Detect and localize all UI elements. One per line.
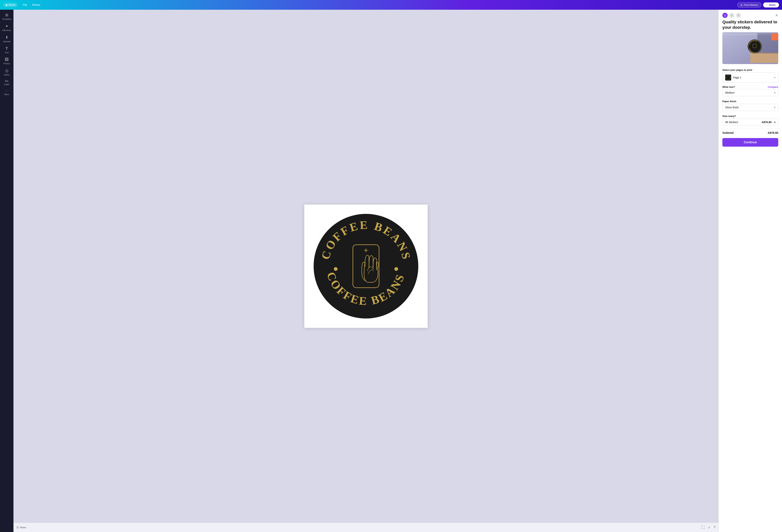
canvas-wrapper[interactable]: COFFEE BEANS COFFEE BEANS xyxy=(13,10,718,523)
sidebar-item-styles[interactable]: ◎ Styles xyxy=(1,67,13,77)
panel-title: Quality stickers delivered to your doors… xyxy=(719,20,782,32)
svg-rect-14 xyxy=(771,33,778,40)
photos-icon: 🖼 xyxy=(5,58,9,62)
main-layout: ⊞ Templates ✦ Elements ⬆ Uploads T Text … xyxy=(0,10,782,532)
sidebar-item-templates[interactable]: ⊞ Templates xyxy=(1,11,13,22)
sidebar-item-more[interactable]: ··· More xyxy=(1,88,13,97)
more-icon: ··· xyxy=(5,89,8,92)
step-indicators: 1 2 3 xyxy=(722,13,741,18)
quantity-price: A$76.80 xyxy=(761,121,772,124)
page-thumb-inner xyxy=(726,75,731,80)
continue-button[interactable]: Continue xyxy=(722,138,778,147)
size-dropdown[interactable]: Medium ▾ xyxy=(722,89,778,96)
sticker-inner: COFFEE BEANS COFFEE BEANS xyxy=(314,214,418,318)
compare-link[interactable]: Compare xyxy=(768,85,778,88)
pages-value: Page 1 xyxy=(733,76,741,79)
resize-menu-button[interactable]: Resize xyxy=(30,2,43,7)
sticker-circle: COFFEE BEANS COFFEE BEANS xyxy=(314,214,418,318)
svg-point-2 xyxy=(334,267,337,271)
sidebar-item-photos[interactable]: 🖼 Photos xyxy=(1,56,13,66)
canvas-bottom-bar: ☰ Notes ⛶ ✓ ? xyxy=(13,523,718,532)
quantity-arrow-icon: ▾ xyxy=(774,121,776,124)
step-3: 3 xyxy=(736,13,741,18)
finish-value: Gloss finish xyxy=(725,106,739,109)
canvas-bottom-icons: ⛶ ✓ ? xyxy=(702,526,715,530)
sidebar-item-text[interactable]: T Text xyxy=(1,45,13,55)
step-1: 1 xyxy=(722,13,727,18)
subtotal-label: Subtotal xyxy=(722,131,734,134)
check-icon[interactable]: ✓ xyxy=(708,526,711,530)
sidebar-item-uploads[interactable]: ⬆ Uploads xyxy=(1,34,13,44)
right-panel: 1 2 3 ✕ Quality stickers delivered to yo… xyxy=(718,10,782,532)
notes-label: Notes xyxy=(20,526,26,529)
size-value: Medium xyxy=(725,91,735,94)
panel-close-button[interactable]: ✕ xyxy=(775,13,778,17)
svg-rect-7 xyxy=(750,53,778,63)
sidebar-label-more: More xyxy=(4,93,9,96)
sidebar-label-logos: Logos xyxy=(4,83,9,85)
svg-text:COFFEE BEANS: COFFEE BEANS xyxy=(319,218,413,262)
page-thumb xyxy=(725,75,731,80)
topbar-nav: File Resize xyxy=(21,2,42,7)
elements-icon: ✦ xyxy=(5,24,8,28)
size-row: What size? Compare xyxy=(719,85,782,89)
sidebar-label-uploads: Uploads xyxy=(3,40,10,43)
subtotal-price: A$76.80 xyxy=(768,131,778,134)
sidebar-item-logos[interactable]: Co Logos xyxy=(1,78,13,87)
topbar-right: 🖨 Print Stickers ↑ Share xyxy=(737,2,779,8)
topbar: ◀ Home File Resize 🖨 Print Stickers ↑ Sh… xyxy=(0,0,782,10)
svg-point-9 xyxy=(748,39,761,53)
notes-icon: ☰ xyxy=(16,526,19,529)
svg-point-3 xyxy=(394,267,398,271)
sidebar: ⊞ Templates ✦ Elements ⬆ Uploads T Text … xyxy=(0,10,13,532)
quantity-dropdown[interactable]: 96 Stickers A$76.80 ▾ xyxy=(722,119,778,126)
pages-label: Select your pages to print xyxy=(719,67,782,73)
templates-icon: ⊞ xyxy=(5,13,8,17)
step-2: 2 xyxy=(729,13,734,18)
size-label: What size? xyxy=(722,85,735,88)
quantity-value: 96 Stickers xyxy=(725,121,738,124)
sidebar-label-templates: Templates xyxy=(2,18,11,20)
back-arrow-icon: ◀ xyxy=(5,3,7,6)
sidebar-item-elements[interactable]: ✦ Elements xyxy=(1,23,13,33)
finish-label: Paper finish xyxy=(719,99,782,104)
sticker-svg: COFFEE BEANS COFFEE BEANS xyxy=(314,214,418,318)
sidebar-label-styles: Styles xyxy=(4,74,9,76)
sidebar-label-photos: Photos xyxy=(4,63,10,65)
subtotal-row: Subtotal A$76.80 xyxy=(719,129,782,137)
pages-dropdown[interactable]: Page 1 ▾ xyxy=(722,73,778,83)
sidebar-label-text: Text xyxy=(5,51,9,53)
size-chevron-icon: ▾ xyxy=(774,91,776,94)
sidebar-label-elements: Elements xyxy=(2,29,11,31)
quantity-label: How many? xyxy=(719,113,782,119)
canvas-background: COFFEE BEANS COFFEE BEANS xyxy=(304,204,428,328)
help-icon[interactable]: ? xyxy=(714,526,715,529)
panel-preview-image: COFFEE BEANS COFFEE BEANS xyxy=(722,32,778,64)
svg-text:COFFEE BEANS: COFFEE BEANS xyxy=(324,270,407,308)
logos-icon: Co xyxy=(5,80,8,82)
text-icon: T xyxy=(6,46,8,51)
pages-chevron-icon: ▾ xyxy=(774,76,776,79)
finish-dropdown[interactable]: Gloss finish ▾ xyxy=(722,104,778,111)
styles-icon: ◎ xyxy=(5,68,8,73)
preview-laptop: COFFEE BEANS COFFEE BEANS xyxy=(722,32,778,64)
canvas-area: COFFEE BEANS COFFEE BEANS xyxy=(13,10,718,532)
share-button[interactable]: ↑ Share xyxy=(763,2,779,7)
back-home-button[interactable]: ◀ Home xyxy=(3,3,17,7)
expand-icon[interactable]: ⛶ xyxy=(702,526,705,529)
notes-button[interactable]: ☰ Notes xyxy=(16,526,26,529)
uploads-icon: ⬆ xyxy=(5,35,8,40)
print-stickers-button[interactable]: 🖨 Print Stickers xyxy=(737,2,761,8)
file-menu-button[interactable]: File xyxy=(21,2,29,7)
print-icon: 🖨 xyxy=(740,4,743,6)
panel-header: 1 2 3 ✕ xyxy=(719,10,782,20)
finish-chevron-icon: ▾ xyxy=(774,106,776,109)
share-icon: ↑ xyxy=(767,4,768,6)
home-label: Home xyxy=(8,3,15,6)
preview-illustration: COFFEE BEANS COFFEE BEANS xyxy=(722,32,778,64)
